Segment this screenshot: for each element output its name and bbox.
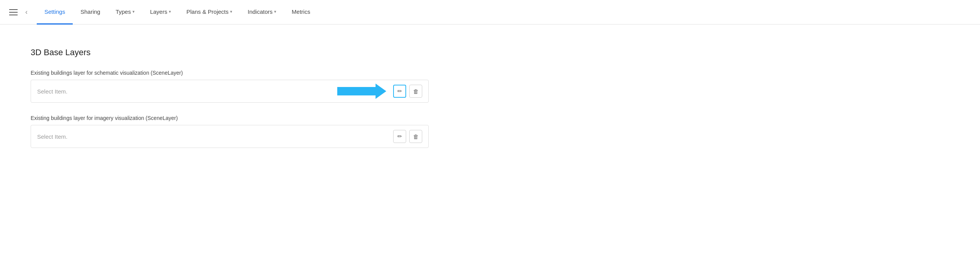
edit-icon: ✏ [397,133,402,140]
nav-item-layers[interactable]: Layers ▾ [142,0,179,25]
back-button[interactable]: ‹ [25,8,28,16]
field-actions-schematic: ✏ 🗑 [393,85,422,98]
delete-icon: 🗑 [413,133,419,140]
top-nav: ‹ Settings Sharing Types ▾ Layers ▾ Plan… [0,0,980,25]
chevron-down-icon: ▾ [169,9,171,14]
field-actions-imagery: ✏ 🗑 [393,130,422,143]
field-placeholder-imagery: Select Item. [37,133,393,140]
nav-item-sharing[interactable]: Sharing [73,0,108,25]
edit-button-imagery[interactable]: ✏ [393,130,406,143]
field-label-schematic: Existing buildings layer for schematic v… [31,70,429,76]
chevron-down-icon: ▾ [230,9,232,14]
nav-item-plans-projects[interactable]: Plans & Projects ▾ [179,0,240,25]
field-label-imagery: Existing buildings layer for imagery vis… [31,115,429,121]
nav-item-indicators[interactable]: Indicators ▾ [240,0,284,25]
edit-button-schematic[interactable]: ✏ [393,85,406,98]
chevron-down-icon: ▾ [132,9,135,14]
field-group-schematic: Existing buildings layer for schematic v… [31,70,429,103]
hamburger-menu[interactable] [9,9,18,15]
delete-icon: 🗑 [413,88,419,95]
nav-item-settings[interactable]: Settings [37,0,73,25]
nav-item-types[interactable]: Types ▾ [108,0,142,25]
arrow-head [376,84,386,99]
field-group-imagery: Existing buildings layer for imagery vis… [31,115,429,148]
chevron-down-icon: ▾ [274,9,276,14]
arrow-body [337,87,376,95]
edit-icon: ✏ [397,88,402,95]
field-row-imagery[interactable]: Select Item. ✏ 🗑 [31,125,429,148]
nav-items: Settings Sharing Types ▾ Layers ▾ Plans … [37,0,318,24]
delete-button-schematic[interactable]: 🗑 [409,85,422,98]
nav-item-metrics[interactable]: Metrics [284,0,318,25]
delete-button-imagery[interactable]: 🗑 [409,130,422,143]
section-title: 3D Base Layers [31,48,429,57]
main-content: 3D Base Layers Existing buildings layer … [0,25,459,183]
field-row-schematic[interactable]: Select Item. ✏ 🗑 [31,80,429,103]
arrow-annotation [337,84,386,99]
field-row-wrapper-schematic: Select Item. ✏ 🗑 [31,80,429,103]
